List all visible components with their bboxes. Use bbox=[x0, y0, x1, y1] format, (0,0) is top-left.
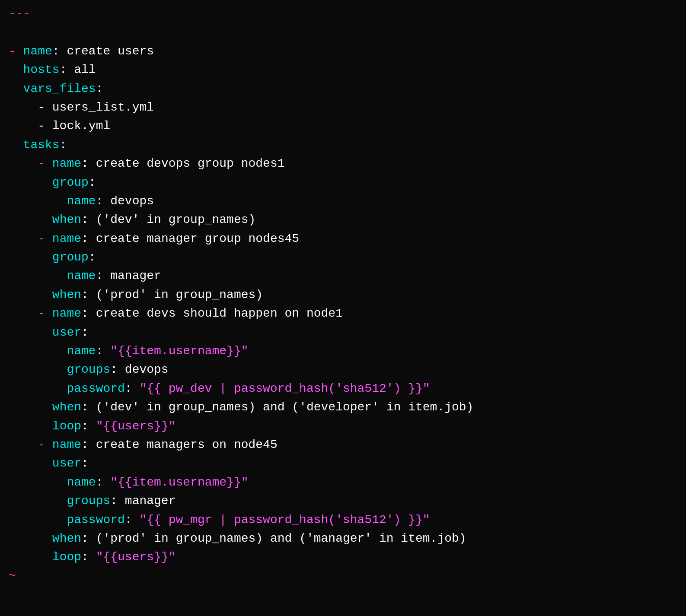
code-line: when: ('dev' in group_names) bbox=[9, 210, 677, 229]
code-token: : bbox=[89, 176, 96, 189]
code-line: --- bbox=[9, 4, 677, 23]
code-token: name bbox=[52, 438, 81, 451]
code-token bbox=[9, 251, 52, 264]
code-token bbox=[9, 476, 67, 489]
code-token: when bbox=[52, 213, 81, 226]
code-token: - lock.yml bbox=[9, 119, 110, 133]
code-token: : create managers on node45 bbox=[81, 438, 278, 451]
code-token: : manager bbox=[110, 494, 175, 508]
code-token bbox=[9, 63, 23, 76]
code-line: - name: create users bbox=[9, 42, 677, 60]
code-line: password: "{{ pw_dev | password_hash('sh… bbox=[9, 379, 677, 398]
code-token: user bbox=[52, 457, 81, 470]
code-token bbox=[9, 82, 23, 95]
code-token: password bbox=[67, 382, 124, 395]
code-token: : ('prod' in group_names) bbox=[81, 288, 263, 302]
code-token: name bbox=[67, 476, 96, 489]
code-token: - bbox=[9, 438, 52, 451]
code-token: groups bbox=[67, 494, 110, 508]
code-token: : bbox=[96, 344, 111, 358]
code-line: hosts: all bbox=[9, 60, 677, 79]
code-line: ~ bbox=[9, 567, 677, 585]
code-line: - lock.yml bbox=[9, 117, 677, 135]
code-token: : bbox=[125, 513, 140, 527]
code-token: name bbox=[52, 307, 81, 320]
code-token: "{{ pw_mgr | password_hash('sha512') }}" bbox=[139, 513, 430, 527]
code-token: : devops bbox=[110, 363, 168, 376]
code-line: group: bbox=[9, 173, 677, 192]
code-token: groups bbox=[67, 363, 110, 376]
code-token: name bbox=[23, 44, 52, 58]
code-token: : create users bbox=[52, 44, 154, 58]
code-token: : bbox=[81, 419, 96, 433]
code-token bbox=[9, 344, 67, 358]
code-token: name bbox=[67, 269, 96, 283]
code-token bbox=[9, 326, 52, 339]
code-token bbox=[9, 176, 52, 189]
code-token: "{{users}}" bbox=[96, 419, 176, 433]
code-token: vars_files bbox=[23, 82, 96, 95]
code-line: - users_list.yml bbox=[9, 98, 677, 117]
code-token: : all bbox=[60, 63, 96, 76]
code-line: vars_files: bbox=[9, 79, 677, 98]
code-token: : manager bbox=[96, 269, 161, 283]
code-line bbox=[9, 23, 677, 41]
code-line: loop: "{{users}}" bbox=[9, 417, 677, 435]
code-line: user: bbox=[9, 454, 677, 473]
code-token: name bbox=[67, 344, 96, 358]
code-token: when bbox=[52, 532, 81, 545]
code-token: : devops bbox=[96, 194, 154, 208]
code-token: --- bbox=[9, 7, 30, 20]
code-token: - bbox=[9, 232, 52, 245]
code-token: : ('prod' in group_names) and ('manager'… bbox=[81, 532, 466, 545]
code-token bbox=[9, 213, 52, 226]
code-token: - bbox=[9, 307, 52, 320]
code-token: group bbox=[52, 176, 89, 189]
code-token bbox=[9, 513, 67, 527]
code-token bbox=[9, 400, 52, 414]
code-token bbox=[9, 269, 67, 283]
code-token bbox=[9, 457, 52, 470]
code-token: "{{ pw_dev | password_hash('sha512') }}" bbox=[139, 382, 430, 395]
code-token: - users_list.yml bbox=[9, 101, 154, 114]
code-line: name: devops bbox=[9, 192, 677, 210]
code-token bbox=[9, 550, 52, 564]
code-token: : bbox=[89, 251, 96, 264]
code-token: loop bbox=[52, 550, 81, 564]
code-token: : bbox=[81, 326, 89, 339]
code-line: name: manager bbox=[9, 267, 677, 285]
code-token: hosts bbox=[23, 63, 60, 76]
code-token: : create manager group nodes45 bbox=[81, 232, 299, 245]
code-line: - name: create devs should happen on nod… bbox=[9, 304, 677, 323]
code-token: : bbox=[81, 457, 89, 470]
code-token: : bbox=[81, 550, 96, 564]
code-token bbox=[9, 494, 67, 508]
code-token: when bbox=[52, 400, 81, 414]
code-line: loop: "{{users}}" bbox=[9, 548, 677, 566]
code-line: user: bbox=[9, 323, 677, 342]
code-line: when: ('dev' in group_names) and ('devel… bbox=[9, 398, 677, 416]
code-token: name bbox=[52, 157, 81, 170]
code-line: - name: create manager group nodes45 bbox=[9, 229, 677, 248]
code-token: "{{item.username}}" bbox=[110, 344, 248, 358]
code-line: group: bbox=[9, 248, 677, 267]
code-token bbox=[9, 288, 52, 302]
code-token: : bbox=[96, 82, 103, 95]
code-line: tasks: bbox=[9, 136, 677, 154]
code-token bbox=[9, 363, 67, 376]
code-token: user bbox=[52, 326, 81, 339]
code-line: name: "{{item.username}}" bbox=[9, 473, 677, 492]
code-token: name bbox=[52, 232, 81, 245]
code-token bbox=[9, 194, 67, 208]
code-line: - name: create managers on node45 bbox=[9, 435, 677, 454]
code-token bbox=[9, 138, 23, 152]
code-token: : ('dev' in group_names) and ('developer… bbox=[81, 400, 473, 414]
code-token: : bbox=[125, 382, 140, 395]
code-line: when: ('prod' in group_names) and ('mana… bbox=[9, 529, 677, 548]
code-token: ~ bbox=[9, 569, 16, 583]
code-token: : ('dev' in group_names) bbox=[81, 213, 255, 226]
code-line: - name: create devops group nodes1 bbox=[9, 154, 677, 173]
code-token: - bbox=[9, 44, 23, 58]
code-container: --- - name: create users hosts: all vars… bbox=[9, 4, 677, 585]
code-token: name bbox=[67, 194, 96, 208]
